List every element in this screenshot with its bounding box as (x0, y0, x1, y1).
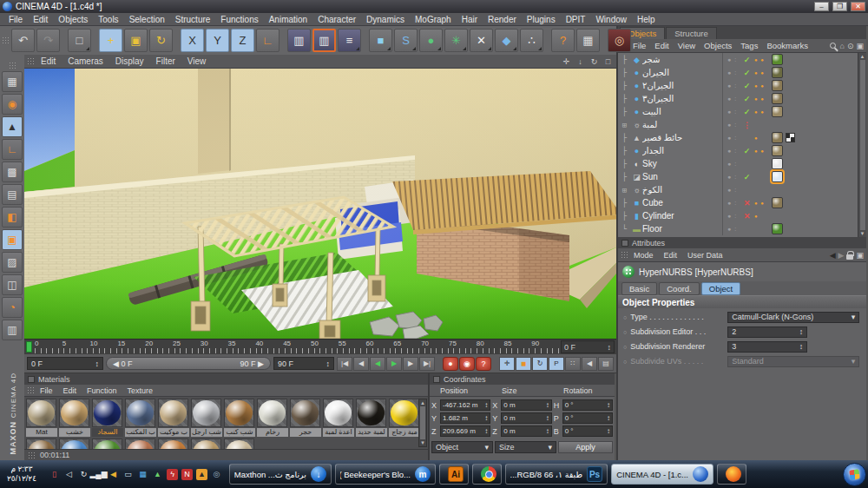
maximize-button[interactable]: ❐ (832, 2, 847, 11)
visibility-dots[interactable]: ● : (727, 82, 740, 89)
visibility-dots[interactable]: ● : (727, 56, 740, 63)
object-row[interactable]: ├ ◆ شجر ● : ✓ ● ● (618, 53, 866, 66)
menu-item[interactable]: Selection (124, 15, 170, 24)
material-name[interactable]: شب كنب (224, 428, 255, 437)
object-name[interactable]: Sky (642, 159, 722, 168)
menu-item[interactable]: Window (590, 15, 632, 24)
material-swatch[interactable] (191, 439, 222, 449)
enable-state-icon[interactable]: ✓ (742, 147, 752, 155)
taskbar-app-button[interactable]: Ps طبقة ١، 66 RGB/8.... (505, 464, 608, 485)
layout-manager-icon[interactable]: ▦ (576, 29, 600, 52)
material-tag-icon[interactable] (772, 106, 783, 117)
play-backwards-button[interactable]: ◀ (370, 357, 385, 371)
material-name[interactable]: Mat (26, 428, 57, 437)
current-frame-marker[interactable] (26, 341, 32, 353)
scale-key-button[interactable]: ■ (516, 357, 531, 371)
texture-tag-icons[interactable]: ● ● (754, 109, 769, 115)
material-tag-icon[interactable] (772, 54, 783, 65)
menu-item[interactable]: Render (483, 15, 522, 24)
rotate-tool-icon[interactable]: ↻ (149, 29, 173, 52)
object-name[interactable]: الجيران٢ (642, 81, 722, 90)
visibility-dots[interactable]: ● : (727, 174, 740, 180)
goto-start-button[interactable]: |◀ (337, 357, 352, 371)
objects-menu-item[interactable]: Tags (736, 41, 762, 50)
material-swatch[interactable]: ب المكتب (125, 399, 156, 437)
tree-branch[interactable]: ├ (618, 160, 631, 168)
apply-button[interactable]: Apply (558, 441, 613, 453)
menu-item[interactable]: Hair (457, 15, 483, 24)
material-sphere[interactable] (226, 400, 253, 425)
texture-tag-icons[interactable]: ● ● (754, 70, 769, 76)
visibility-dots[interactable]: ● : (727, 109, 740, 115)
material-sphere[interactable] (292, 400, 319, 425)
material-sphere[interactable] (160, 440, 187, 449)
autokeying-button[interactable]: ◉ (459, 357, 475, 371)
eye-icon[interactable]: ⊙ (847, 42, 854, 50)
add-deformer-icon[interactable]: ◆ (495, 29, 518, 52)
object-name[interactable]: الكوخ (642, 185, 722, 195)
material-swatch[interactable]: رخام (257, 399, 288, 437)
menu-item[interactable]: File (3, 15, 28, 24)
scale-tool-icon[interactable]: ▣ (124, 29, 148, 52)
material-tag-icon[interactable] (772, 145, 783, 156)
add-symmetry-icon[interactable]: ✕ (470, 29, 493, 52)
add-nurbs-icon[interactable]: ● (419, 29, 443, 52)
display-icon[interactable]: ▭ (122, 469, 134, 480)
live-selection-icon[interactable]: □ (68, 29, 91, 52)
status-handle[interactable] (28, 452, 36, 459)
search-icon[interactable] (830, 43, 836, 49)
materials-menu-handle[interactable] (27, 386, 35, 394)
uv-mode-icon[interactable]: ◫ (2, 274, 23, 295)
visibility-dots[interactable]: ● : (727, 200, 740, 206)
texture-tag-icons[interactable]: ● (754, 214, 769, 219)
compositing-tag-icon[interactable] (786, 133, 795, 142)
play-sound-button[interactable]: ◀ (582, 357, 597, 371)
material-sphere[interactable] (28, 400, 55, 425)
viewport-pan-icon[interactable]: ✛ (561, 56, 572, 67)
next-frame-button[interactable]: ▶ (403, 357, 418, 371)
objects-menu-item[interactable]: View (674, 41, 700, 50)
help-icon[interactable]: ? (551, 29, 575, 52)
objects-menu-item[interactable]: Objects (700, 41, 736, 50)
objects-menu-item[interactable]: Edit (650, 41, 673, 50)
material-swatch[interactable]: شب ارجل (191, 399, 222, 437)
viewport-menu-item[interactable]: View (181, 56, 213, 66)
material-swatch[interactable] (92, 439, 123, 449)
enable-state-icon[interactable]: ✕ (742, 212, 752, 221)
position-field[interactable]: 209.669 m↕ (440, 425, 490, 437)
points-mode-icon[interactable]: ▩ (2, 162, 23, 182)
add-spline-icon[interactable]: S (394, 29, 418, 52)
object-row[interactable]: ⊞ ☼ الكوخ ● : (618, 183, 866, 196)
viewport-layout-icon[interactable]: ▦ (2, 71, 23, 92)
tree-branch[interactable]: ├ (618, 212, 631, 221)
material-sphere[interactable] (94, 440, 121, 449)
texture-mode-icon[interactable]: ▣ (2, 229, 23, 250)
workplane-icon[interactable]: ◔ (2, 297, 23, 318)
enable-state-icon[interactable]: ✓ (742, 69, 752, 77)
panel-detach-icon[interactable]: ▣ (856, 251, 864, 260)
viewport-menu-item[interactable]: Edit (35, 56, 62, 66)
attribute-tab[interactable]: Coord. (659, 282, 700, 295)
visibility-dots[interactable]: ● : (727, 213, 740, 219)
object-name[interactable]: لمبة (642, 120, 722, 129)
toolbar-drag-handle[interactable] (2, 36, 10, 44)
visibility-dots[interactable]: ● : (727, 122, 740, 128)
attributes-menu-item[interactable]: Edit (659, 251, 683, 260)
menu-item[interactable]: Dynamics (361, 15, 410, 24)
object-name[interactable]: الجدار (642, 146, 722, 155)
material-swatch[interactable]: حجر (290, 399, 321, 437)
type-dropdown[interactable]: Catmull-Clark (N-Gons)▾ (727, 312, 859, 323)
material-sphere[interactable] (28, 440, 55, 449)
pla-key-button[interactable]: ∷ (565, 357, 581, 371)
materials-menu-item[interactable]: Edit (58, 386, 82, 395)
tree-branch[interactable]: ├ (618, 108, 631, 116)
material-tag-icon[interactable] (772, 93, 783, 104)
enable-state-icon[interactable]: ✕ (742, 199, 752, 208)
material-tag-icon[interactable] (772, 171, 783, 182)
position-field[interactable]: -467.162 m↕ (440, 399, 490, 411)
menu-item[interactable]: MoGraph (410, 15, 457, 24)
taskbar-app-button[interactable]: ↓ برنامج ث... Maxthon (229, 464, 332, 485)
record-keyframe-button[interactable]: ● (443, 357, 458, 371)
x-axis-lock-icon[interactable]: X (181, 29, 204, 52)
texture-tag-icons[interactable]: ● ● (754, 148, 769, 154)
